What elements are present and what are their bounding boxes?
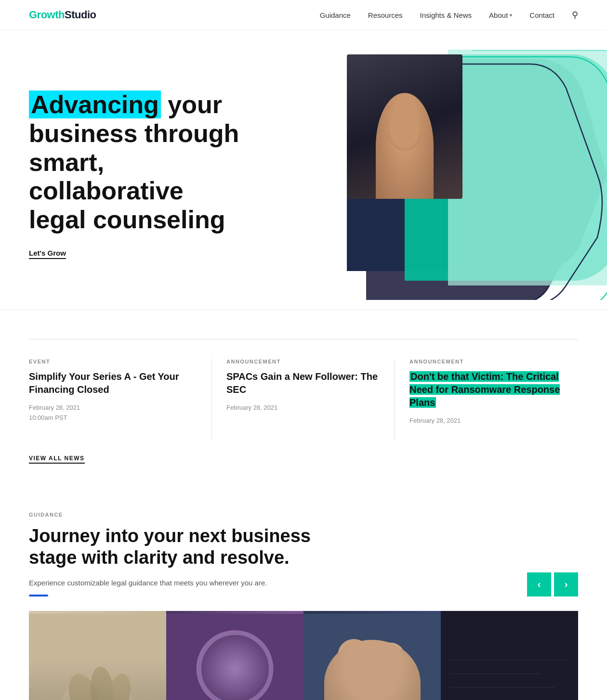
svg-rect-18	[450, 673, 541, 674]
svg-point-11	[331, 673, 377, 700]
news-title[interactable]: Simplify Your Series A - Get Your Financ…	[29, 370, 197, 396]
svg-point-6	[198, 632, 272, 700]
svg-rect-0	[29, 614, 166, 700]
hero-headline: Advancing your business through smart, c…	[29, 91, 241, 234]
nav-guidance[interactable]: Guidance	[320, 11, 351, 19]
guidance-card-3[interactable]	[304, 611, 441, 700]
news-item: ANNOUNCEMENT Don't be that Victim: The C…	[395, 359, 578, 441]
hero-section: Advancing your business through smart, c…	[0, 30, 607, 310]
card-1-image	[29, 611, 166, 700]
hero-text: Advancing your business through smart, c…	[29, 91, 241, 259]
guidance-tag: GUIDANCE	[29, 512, 318, 518]
site-header: GrowthStudio Guidance Resources Insights…	[0, 0, 607, 30]
logo-part1: Growth	[29, 9, 65, 21]
hero-visual	[260, 30, 607, 310]
carousel-prev-button[interactable]: ‹	[527, 572, 551, 596]
news-item: ANNOUNCEMENT SPACs Gain a New Follower: …	[212, 359, 395, 441]
guidance-accent-bar	[29, 595, 48, 596]
news-date: February 28, 2021	[226, 403, 380, 413]
svg-text:$: $	[230, 657, 240, 677]
svg-point-12	[376, 643, 405, 672]
news-tag: ANNOUNCEMENT	[409, 359, 578, 364]
svg-point-7	[205, 639, 265, 699]
news-tag: EVENT	[29, 359, 197, 364]
news-grid: EVENT Simplify Your Series A - Get Your …	[29, 359, 578, 441]
view-all-news-link[interactable]: VIEW ALL NEWS	[29, 455, 85, 464]
svg-rect-17	[450, 660, 569, 661]
svg-point-3	[89, 665, 116, 700]
nav-contact[interactable]: Contact	[529, 11, 554, 19]
svg-point-10	[338, 639, 370, 671]
svg-point-14	[362, 647, 387, 672]
card-4-image	[441, 611, 578, 700]
logo-part2: Studio	[65, 9, 96, 21]
news-section: EVENT Simplify Your Series A - Get Your …	[0, 310, 607, 483]
svg-point-2	[63, 670, 105, 700]
guidance-card-4[interactable]	[441, 611, 578, 700]
guidance-description: Experience customizable legal guidance t…	[29, 579, 318, 587]
news-title-highlight: Don't be that Victim: The Critical Need …	[409, 371, 560, 408]
news-divider	[29, 339, 578, 339]
news-date: February 28, 2021	[409, 416, 578, 426]
news-tag: ANNOUNCEMENT	[226, 359, 380, 364]
hero-portrait	[347, 54, 462, 199]
guidance-text: GUIDANCE Journey into your next business…	[29, 512, 318, 596]
news-item: EVENT Simplify Your Series A - Get Your …	[29, 359, 212, 441]
svg-point-15	[356, 682, 393, 700]
nav-resources[interactable]: Resources	[368, 11, 403, 19]
nav-about[interactable]: About ▾	[489, 11, 512, 19]
main-nav: Guidance Resources Insights & News About…	[320, 10, 578, 20]
news-title[interactable]: Don't be that Victim: The Critical Need …	[409, 370, 578, 409]
svg-rect-9	[304, 614, 441, 700]
guidance-section: GUIDANCE Journey into your next business…	[0, 483, 607, 700]
hero-cta-button[interactable]: Let's Grow	[29, 249, 66, 259]
card-3-image	[304, 611, 441, 700]
carousel-next-button[interactable]: ›	[554, 572, 578, 596]
carousel-controls: ‹ ›	[527, 572, 578, 596]
svg-point-1	[61, 678, 134, 700]
logo[interactable]: GrowthStudio	[29, 9, 96, 21]
svg-point-13	[369, 678, 412, 700]
chevron-down-icon: ▾	[510, 13, 512, 18]
guidance-card-grid: $	[29, 611, 578, 700]
nav-insights[interactable]: Insights & News	[420, 11, 472, 19]
svg-rect-19	[450, 687, 555, 688]
svg-point-4	[102, 671, 135, 700]
svg-rect-5	[166, 614, 304, 700]
news-date: February 28, 2021 10:00am PST	[29, 403, 197, 423]
guidance-card-1[interactable]	[29, 611, 166, 700]
guidance-title: Journey into your next business stage wi…	[29, 525, 318, 569]
hero-headline-highlight: Advancing	[29, 91, 161, 118]
guidance-card-2[interactable]: $	[166, 611, 304, 700]
news-title[interactable]: SPACs Gain a New Follower: The SEC	[226, 370, 380, 396]
card-2-image: $	[166, 611, 304, 700]
search-icon[interactable]: ⚲	[572, 10, 578, 20]
guidance-header: GUIDANCE Journey into your next business…	[29, 512, 578, 596]
